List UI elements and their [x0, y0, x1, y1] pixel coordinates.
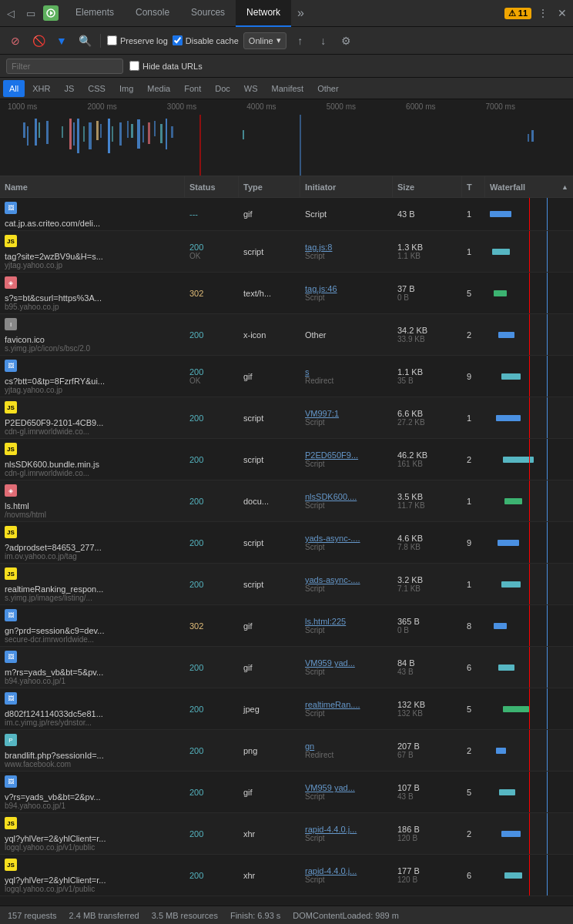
- tab-console[interactable]: Console: [125, 0, 180, 27]
- initiator-link[interactable]: gn: [305, 742, 388, 751]
- filter-bar: Hide data URLs: [0, 55, 573, 78]
- table-row[interactable]: JS tag?site=2wzBV9u&H=s... yjtag.yahoo.c…: [0, 231, 573, 273]
- table-row[interactable]: JS realtimeRanking_respon... s.yimg.jp/i…: [0, 564, 573, 605]
- type-tab-manifest[interactable]: Manifest: [266, 80, 310, 97]
- table-row[interactable]: JS yql?yhlVer=2&yhlClient=r... logql.yah…: [0, 813, 573, 855]
- th-initiator[interactable]: Initiator: [300, 176, 393, 197]
- resource-domain: www.facebook.com: [5, 760, 104, 768]
- panel-icon[interactable]: [43, 5, 59, 21]
- type-tab-xhr[interactable]: XHR: [26, 80, 56, 97]
- device-icon[interactable]: ▭: [23, 5, 39, 21]
- td-initiator: tag.js:46 Script: [300, 273, 393, 313]
- initiator-link[interactable]: tag.js:8: [305, 243, 388, 252]
- type-tab-media[interactable]: Media: [141, 80, 176, 97]
- td-size: 132 KB 132 KB: [393, 688, 462, 729]
- svg-rect-21: [142, 126, 144, 142]
- throttle-select[interactable]: Online ▾: [243, 32, 286, 49]
- initiator-link[interactable]: yads-async-....: [305, 534, 388, 543]
- th-status[interactable]: Status: [185, 176, 239, 197]
- hide-data-urls-checkbox[interactable]: [129, 61, 139, 71]
- td-time: 2: [462, 730, 485, 771]
- td-waterfall: [485, 647, 573, 688]
- settings-icon[interactable]: ⚙: [337, 32, 356, 50]
- tab-sources[interactable]: Sources: [180, 0, 236, 27]
- td-type: gif: [239, 198, 300, 230]
- table-row[interactable]: ◈ s?s=bt&csurl=https%3A... b95.yahoo.co.…: [0, 273, 573, 314]
- download-icon[interactable]: ↓: [314, 32, 333, 50]
- table-row[interactable]: ◈ ls.html /novms/html 200 docu... nlsSDK…: [0, 480, 573, 522]
- record-stop-button[interactable]: ⊘: [6, 32, 25, 50]
- initiator-link[interactable]: VM997:1: [305, 409, 388, 418]
- type-tabs: All XHR JS CSS Img Media Font Doc WS Man…: [0, 78, 573, 99]
- size-secondary: 1.1 KB: [397, 252, 457, 260]
- initiator-link[interactable]: nlsSDK600....: [305, 492, 388, 501]
- waterfall-bar: [501, 581, 521, 588]
- filter-toggle-button[interactable]: ▼: [52, 32, 71, 50]
- table-row[interactable]: P brandlift.php?sessionId=... www.facebo…: [0, 730, 573, 772]
- waterfall-bar: [494, 290, 507, 296]
- initiator-link[interactable]: realtimeRan....: [305, 700, 388, 709]
- th-type[interactable]: Type: [239, 176, 300, 197]
- type-tab-all[interactable]: All: [3, 80, 25, 97]
- table-row[interactable]: JS ?adprodset=84653_277... im.ov.yahoo.c…: [0, 522, 573, 564]
- table-row[interactable]: I favicon.ico s.yimg.jp/c/icon/s/bsc/2.0…: [0, 314, 573, 356]
- tab-elements[interactable]: Elements: [65, 0, 125, 27]
- table-row[interactable]: 🖼 m?rs=yads_vb&bt=5&pv... b94.yahoo.co.j…: [0, 647, 573, 688]
- initiator-link[interactable]: s: [305, 367, 388, 377]
- type-tab-js[interactable]: JS: [58, 80, 80, 97]
- th-time[interactable]: T: [462, 176, 485, 197]
- td-initiator: rapid-4.4.0.j... Script: [300, 855, 393, 896]
- preserve-log-checkbox[interactable]: [107, 35, 117, 45]
- td-name: JS P2ED650F9-2101-4CB9... cdn-gl.imrworl…: [0, 397, 185, 438]
- cursor-icon[interactable]: ◁: [3, 5, 18, 21]
- search-button[interactable]: 🔍: [75, 32, 94, 50]
- waterfall-sort-icon: ▲: [561, 183, 568, 191]
- td-initiator: Script: [300, 198, 393, 230]
- td-type: png: [239, 730, 300, 771]
- th-size[interactable]: Size: [393, 176, 462, 197]
- type-tab-font[interactable]: Font: [178, 80, 207, 97]
- resource-domain: secure-dcr.imrworldwide...: [5, 635, 104, 644]
- disable-cache-label[interactable]: Disable cache: [173, 35, 239, 45]
- initiator-link[interactable]: rapid-4.4.0.j...: [305, 825, 388, 834]
- type-tab-other[interactable]: Other: [311, 80, 345, 97]
- disable-cache-checkbox[interactable]: [173, 35, 183, 45]
- initiator-link[interactable]: ls.html:225: [305, 617, 388, 626]
- th-name[interactable]: Name: [0, 176, 185, 197]
- clear-button[interactable]: 🚫: [29, 32, 48, 50]
- td-type: script: [239, 231, 300, 272]
- table-row[interactable]: 🖼 gn?prd=session&c9=dev... secure-dcr.im…: [0, 605, 573, 647]
- type-tab-ws[interactable]: WS: [238, 80, 264, 97]
- initiator-link[interactable]: tag.js:46: [305, 284, 388, 293]
- table-row[interactable]: JS nlsSDK600.bundle.min.js cdn-gl.imrwor…: [0, 439, 573, 480]
- initiator-link[interactable]: P2ED650F9...: [305, 450, 388, 460]
- hide-data-urls-label[interactable]: Hide data URLs: [129, 61, 203, 71]
- table-row[interactable]: 🖼 d802f124114033dc5e81... im.c.yimg.jp/r…: [0, 688, 573, 730]
- waterfall-vline-blue: [547, 439, 548, 480]
- initiator-link[interactable]: VM959 yad...: [305, 783, 388, 792]
- initiator-link[interactable]: rapid-4.4.0.j...: [305, 866, 388, 875]
- table-row[interactable]: 🖼 v?rs=yads_vb&bt=2&pv... b94.yahoo.co.j…: [0, 772, 573, 813]
- tab-more[interactable]: »: [291, 6, 310, 20]
- initiator-link[interactable]: yads-async-....: [305, 575, 388, 584]
- initiator-link[interactable]: VM959 yad...: [305, 658, 388, 668]
- table-row[interactable]: 🖼 cs?btt=0&tp=8FzrfRY&ui... yjtag.yahoo.…: [0, 356, 573, 397]
- type-tab-css[interactable]: CSS: [82, 80, 112, 97]
- table-row[interactable]: JS P2ED650F9-2101-4CB9... cdn-gl.imrworl…: [0, 397, 573, 439]
- td-initiator: gn Redirect: [300, 730, 393, 771]
- type-tab-doc[interactable]: Doc: [209, 80, 236, 97]
- waterfall-bar: [503, 706, 529, 712]
- table-row[interactable]: JS yql?yhlVer=2&yhlClient=r... logql.yah…: [0, 855, 573, 896]
- filter-input[interactable]: [12, 62, 118, 71]
- close-icon[interactable]: ✕: [555, 5, 570, 21]
- th-waterfall[interactable]: Waterfall ▲: [485, 176, 573, 197]
- more-icon[interactable]: ⋮: [534, 5, 551, 21]
- time-value: 2: [467, 455, 481, 464]
- table-row[interactable]: 🖼 cat.jp.as.criteo.com/deli... --- gif S…: [0, 198, 573, 231]
- upload-icon[interactable]: ↑: [291, 32, 310, 50]
- tab-network[interactable]: Network: [236, 0, 291, 27]
- resource-domain: yjtag.yahoo.co.jp: [5, 261, 103, 270]
- table-header: Name Status Type Initiator Size T Waterf…: [0, 176, 573, 198]
- type-tab-img[interactable]: Img: [113, 80, 139, 97]
- preserve-log-label[interactable]: Preserve log: [107, 35, 168, 45]
